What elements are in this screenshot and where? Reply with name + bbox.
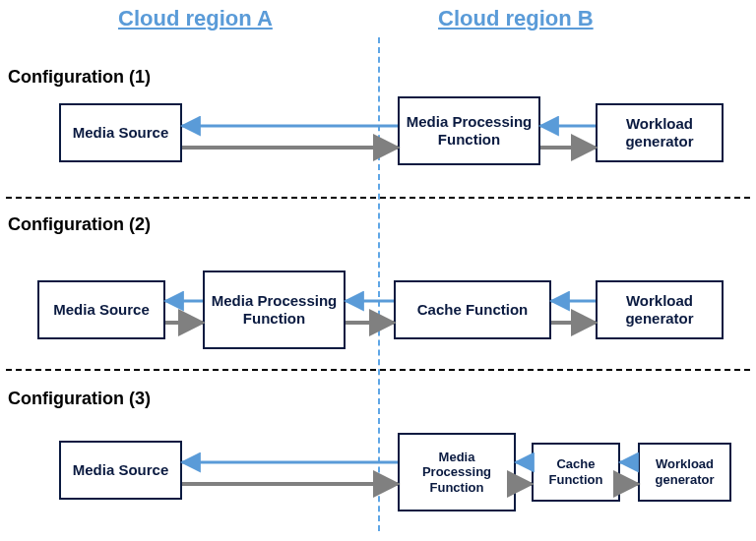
region-header-b: Cloud region B [438, 6, 594, 31]
c3-workload-generator: Workload generator [638, 443, 731, 502]
c3-media-source: Media Source [59, 441, 182, 500]
c2-cache-function: Cache Function [394, 280, 551, 339]
config-3-label: Configuration (3) [8, 389, 151, 409]
c2-media-source: Media Source [37, 280, 165, 339]
c1-workload-generator: Workload generator [596, 103, 724, 162]
config-1-label: Configuration (1) [8, 67, 151, 88]
c3-media-processing: Media Processing Function [398, 433, 516, 511]
region-header-a: Cloud region A [118, 6, 273, 31]
c2-workload-generator: Workload generator [596, 280, 724, 339]
section-divider-1 [6, 197, 750, 199]
c1-media-source: Media Source [59, 103, 182, 162]
region-divider [378, 37, 380, 531]
c1-media-processing: Media Processing Function [398, 96, 540, 165]
section-divider-2 [6, 369, 750, 371]
config-2-label: Configuration (2) [8, 214, 151, 235]
c3-cache-function: Cache Function [532, 443, 620, 502]
c2-media-processing: Media Processing Function [203, 270, 346, 349]
